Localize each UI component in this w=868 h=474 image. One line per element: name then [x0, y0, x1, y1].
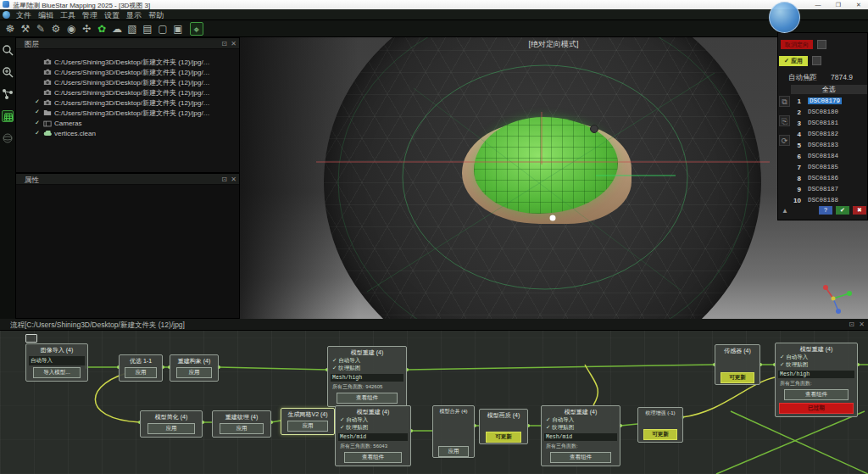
image-row[interactable]: 10DSC08188: [791, 195, 867, 206]
monitor-icon[interactable]: ▢: [156, 22, 170, 36]
flip-tool-icon[interactable]: ⎘: [779, 115, 790, 126]
uv-icon[interactable]: ◉: [64, 22, 78, 36]
image-row[interactable]: 7DSC08185: [791, 162, 867, 173]
expand-arrow[interactable]: ▲: [782, 207, 788, 215]
close-panel-icon[interactable]: ✕: [231, 176, 236, 183]
tree-row[interactable]: ✓ C:/Users/Shining3D/Desktop/新建文件夹 (12)/…: [16, 98, 236, 108]
zoom-in-icon[interactable]: [2, 66, 14, 78]
axis-gizmo[interactable]: [821, 282, 855, 315]
node-simplify[interactable]: 模型简化 (4) 应用: [140, 410, 203, 438]
mesh-grid-icon[interactable]: [2, 110, 14, 122]
mesh-path-field[interactable]: Mesh/high: [331, 374, 403, 382]
node-texture-enhance[interactable]: 纹理增强 (-1) 可更新: [637, 407, 683, 443]
mesh-path-field[interactable]: Mesh/mid: [544, 433, 617, 441]
image-row[interactable]: 5DSC08183: [791, 140, 867, 151]
node-mesh-high-2[interactable]: 模型重建 (4) ✓ 自动导入 ✓ 纹理贴图 Mesh/high 所有三角面数:…: [775, 343, 858, 417]
row-check[interactable]: ✓: [35, 130, 42, 137]
image-row[interactable]: 1DSC08179: [791, 96, 867, 107]
node-generate-mesh[interactable]: 生成网格V2 (4) 应用: [281, 408, 335, 435]
outdated-button[interactable]: 已过期: [779, 403, 854, 414]
viewport-3d[interactable]: [绝对定向模式]: [240, 37, 868, 319]
apply-button[interactable]: 应用: [438, 446, 469, 457]
layer-tool-icon[interactable]: ⧉: [779, 96, 790, 107]
node-quality[interactable]: 模型画质 (4) 可更新: [479, 409, 528, 444]
auto-import-check[interactable]: ✓ 自动导入: [337, 416, 409, 424]
export-icon[interactable]: ▣: [171, 22, 185, 36]
navigate-icon[interactable]: ☸: [3, 22, 17, 36]
view-component-button[interactable]: 查看组件: [550, 452, 611, 463]
node-canvas[interactable]: 图像导入 (4) 自动导入 导入模型... 优选 1-1 应用 重建构象 (4)…: [0, 331, 868, 474]
apply-button[interactable]: 应用: [176, 367, 213, 378]
view-component-button[interactable]: 查看组件: [344, 452, 403, 463]
node-mesh-mid-2[interactable]: 模型重建 (4) ✓ 自动导入 ✓ 纹理贴图 Mesh/mid 所有三角面数: …: [541, 405, 620, 466]
refresh-tool-icon[interactable]: ⟳: [779, 135, 790, 146]
node-mesh-high[interactable]: 模型重建 (4) ✓ 自动导入 ✓ 纹理贴图 Mesh/high 所有三角面数:…: [327, 346, 407, 407]
tree-row-cameras[interactable]: ✓ Cameras: [16, 119, 236, 129]
texture-check[interactable]: ✓ 纹理贴图: [337, 424, 409, 432]
node-sensor[interactable]: 传感器 (4) 可更新: [715, 344, 760, 385]
confirm-button[interactable]: ✔: [836, 206, 849, 215]
auto-import-check[interactable]: ✓ 自动导入: [330, 357, 404, 365]
apply-button[interactable]: 应用: [220, 423, 264, 434]
option-box-1[interactable]: [817, 40, 826, 49]
node-import-images[interactable]: 图像导入 (4) 自动导入 导入模型...: [25, 343, 88, 382]
import-model-button[interactable]: 导入模型...: [33, 367, 81, 378]
update-button[interactable]: 可更新: [486, 432, 522, 443]
auto-import-check[interactable]: ✓ 自动导入: [777, 354, 855, 361]
auto-import-check[interactable]: ✓ 自动导入: [543, 416, 618, 424]
settings-icon[interactable]: ⚙: [49, 22, 63, 36]
image-row[interactable]: 2DSC08180: [791, 107, 867, 118]
tree-row[interactable]: C:/Users/Shining3D/Desktop/新建文件夹 (12)/jp…: [16, 57, 236, 67]
tree-row[interactable]: C:/Users/Shining3D/Desktop/新建文件夹 (12)/jp…: [16, 67, 236, 77]
node-mesh-mid[interactable]: 模型重建 (4) ✓ 自动导入 ✓ 纹理贴图 Mesh/mid 所有三角面数: …: [335, 405, 411, 466]
node-rebuild-texture[interactable]: 重建纹理 (4) 应用: [212, 410, 271, 438]
dock-icon[interactable]: ⊡: [221, 176, 227, 183]
option-box-2[interactable]: [812, 56, 821, 65]
row-check[interactable]: ✓: [35, 98, 42, 105]
apply-button[interactable]: 应用: [147, 423, 195, 434]
tree-row[interactable]: ✓ C:/Users/Shining3D/Desktop/新建文件夹 (12)/…: [16, 108, 236, 118]
close-panel-icon[interactable]: ✕: [231, 40, 236, 47]
apply-button[interactable]: 应用: [287, 421, 328, 432]
texture-check[interactable]: ✓ 纹理贴图: [777, 361, 855, 369]
update-button[interactable]: 可更新: [721, 372, 754, 383]
tree-row[interactable]: C:/Users/Shining3D/Desktop/新建文件夹 (12)/jp…: [16, 87, 236, 98]
close-button[interactable]: ✕: [849, 0, 868, 9]
help-button[interactable]: ?: [819, 206, 832, 215]
reject-button[interactable]: ✖: [853, 206, 866, 215]
update-button[interactable]: 可更新: [643, 429, 676, 440]
image-row[interactable]: 6DSC08184: [791, 151, 867, 162]
row-check[interactable]: ✓: [35, 120, 42, 126]
edit-icon[interactable]: ✎: [34, 22, 47, 36]
apply-button[interactable]: 应用: [125, 367, 157, 378]
image-row[interactable]: 3DSC08181: [791, 118, 867, 129]
tree-row-vertices[interactable]: ✓ vertices.clean: [16, 129, 236, 139]
image-row[interactable]: 4DSC08182: [791, 129, 867, 140]
search-icon[interactable]: [2, 44, 14, 56]
dock-icon[interactable]: ⊡: [221, 40, 227, 47]
apply-button[interactable]: ✓ 应用: [779, 56, 808, 66]
node-graph-icon[interactable]: [2, 88, 14, 100]
pick-icon[interactable]: ⚒: [19, 22, 32, 36]
close-panel-icon[interactable]: ✕: [859, 321, 865, 328]
image-row[interactable]: 8DSC08186: [791, 173, 867, 184]
bulb-icon[interactable]: ⌖: [190, 22, 203, 36]
tree-row[interactable]: C:/Users/Shining3D/Desktop/新建文件夹 (12)/jp…: [16, 77, 236, 87]
layers-icon[interactable]: ▤: [141, 22, 154, 36]
maximize-button[interactable]: ❐: [829, 0, 848, 9]
cloud-icon[interactable]: ☁: [110, 22, 124, 36]
view-component-button[interactable]: 查看组件: [337, 393, 398, 404]
fan-icon[interactable]: ✣: [80, 22, 93, 36]
node-select[interactable]: 优选 1-1 应用: [119, 354, 163, 382]
texture-check[interactable]: ✓ 纹理贴图: [330, 365, 404, 372]
node-field[interactable]: 自动导入: [29, 356, 85, 365]
chart-icon[interactable]: ▧: [125, 22, 139, 36]
select-all-header[interactable]: 全选: [791, 85, 867, 94]
mesh-path-field[interactable]: Mesh/mid: [338, 433, 408, 441]
minimize-button[interactable]: —: [809, 0, 827, 9]
view-component-button[interactable]: 查看组件: [784, 389, 848, 400]
sync-globe-icon[interactable]: ✿: [95, 22, 108, 36]
node-reconstruct-pose[interactable]: 重建构象 (4) 应用: [170, 354, 219, 382]
sphere-icon[interactable]: [2, 132, 14, 144]
cancel-orientation-button[interactable]: 取消定向: [781, 40, 813, 49]
